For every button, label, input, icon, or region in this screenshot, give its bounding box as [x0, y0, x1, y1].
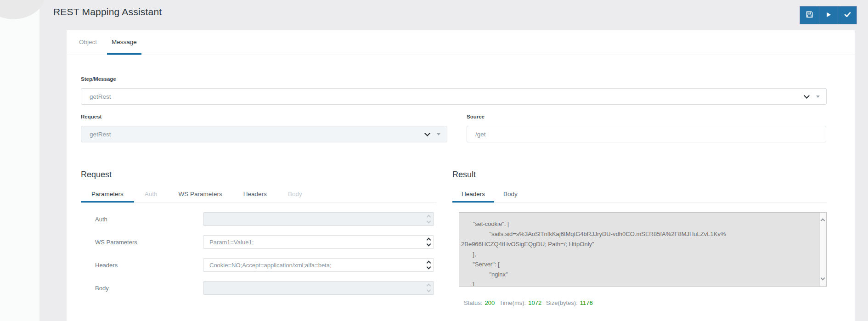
- toolbar: [800, 6, 857, 24]
- play-icon: [825, 11, 832, 20]
- request-value: getRest: [90, 131, 425, 138]
- request-label: Request: [81, 114, 447, 119]
- spinner-icon[interactable]: [426, 237, 431, 247]
- tab-ws-parameters[interactable]: WS Parameters: [168, 187, 233, 203]
- run-button[interactable]: [819, 6, 838, 24]
- dropdown-arrow-icon: [816, 96, 820, 98]
- auth-input: [203, 212, 434, 226]
- request-tab-bar: Parameters Auth WS Parameters Headers Bo…: [81, 187, 437, 203]
- save-button[interactable]: [800, 6, 819, 24]
- sidebar-decoration: [0, 0, 46, 19]
- result-tab-bar: Headers Body: [452, 187, 827, 203]
- page-title: REST Mapping Assistant: [53, 6, 162, 17]
- scroll-down-icon[interactable]: [821, 276, 825, 281]
- status-label: Status:: [464, 299, 482, 306]
- tab-parameters[interactable]: Parameters: [81, 187, 134, 203]
- body-field-label: Body: [81, 285, 203, 292]
- ws-parameters-input[interactable]: Param1=Value1;: [203, 235, 434, 249]
- source-label: Source: [467, 114, 826, 119]
- size-label: Size(bytes):: [546, 299, 578, 306]
- ws-parameters-field-row: WS Parameters Param1=Value1;: [81, 235, 437, 249]
- body-input: [203, 281, 434, 295]
- tab-auth: Auth: [134, 187, 168, 203]
- time-label: Time(ms):: [499, 299, 526, 306]
- spinner-icon: [426, 214, 431, 224]
- save-icon: [806, 11, 813, 20]
- check-icon: [844, 11, 851, 20]
- headers-field-label: Headers: [81, 262, 203, 269]
- dropdown-arrow-icon: [437, 133, 440, 135]
- ws-parameters-field-label: WS Parameters: [81, 239, 203, 246]
- chevron-down-icon: [804, 93, 810, 99]
- result-output-text: "set-cookie": [ "sails.sid=s%3AoSlTnfkKa…: [459, 213, 826, 287]
- tab-headers[interactable]: Headers: [233, 187, 277, 203]
- left-sidebar: [0, 0, 39, 321]
- tab-object[interactable]: Object: [74, 30, 101, 55]
- tab-message[interactable]: Message: [107, 30, 141, 55]
- status-line: Status:200Time(ms):1072Size(bytes):1176: [464, 299, 827, 306]
- scroll-up-icon[interactable]: [821, 219, 825, 223]
- auth-field-label: Auth: [81, 216, 203, 223]
- auth-field-row: Auth: [81, 212, 437, 226]
- body-field-row: Body: [81, 281, 437, 295]
- request-section-title: Request: [81, 170, 437, 180]
- status-value: 200: [485, 299, 495, 306]
- tab-result-body[interactable]: Body: [494, 187, 527, 203]
- step-message-select[interactable]: getRest: [81, 88, 827, 105]
- size-value: 1176: [580, 299, 593, 306]
- main-tab-bar: Object Message: [67, 30, 855, 55]
- request-select[interactable]: getRest: [81, 126, 447, 142]
- step-message-value: getRest: [90, 93, 805, 100]
- spinner-icon: [426, 283, 431, 293]
- spinner-icon[interactable]: [426, 260, 431, 270]
- chevron-down-icon: [424, 130, 430, 136]
- tab-body: Body: [277, 187, 313, 203]
- headers-input[interactable]: Cookie=NO;Accept=application/xml;alfa=be…: [203, 258, 434, 272]
- main-panel: Object Message Step/Message getRest Requ…: [67, 30, 855, 321]
- result-headers-output: "set-cookie": [ "sails.sid=s%3AoSlTnfkKa…: [459, 212, 827, 287]
- result-section-title: Result: [452, 170, 827, 180]
- confirm-button[interactable]: [838, 6, 857, 24]
- source-input[interactable]: [467, 126, 826, 142]
- headers-field-row: Headers Cookie=NO;Accept=application/xml…: [81, 258, 437, 272]
- vertical-scrollbar[interactable]: [819, 213, 826, 286]
- tab-result-headers[interactable]: Headers: [452, 187, 494, 203]
- step-message-label: Step/Message: [81, 76, 827, 82]
- time-value: 1072: [528, 299, 541, 306]
